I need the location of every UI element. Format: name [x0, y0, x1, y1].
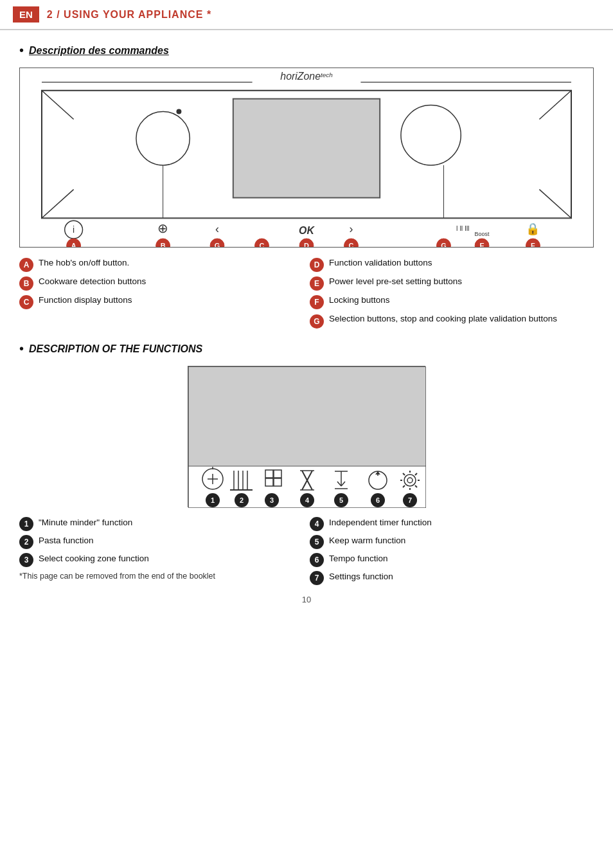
badge-F: F [310, 295, 324, 309]
language-badge: EN [13, 6, 39, 23]
svg-text:6: 6 [376, 496, 380, 504]
functions-diagram-container: 1 2 3 4 5 6 7 [0, 366, 613, 507]
desc-text-G: Selection buttons, stop and cooking plat… [329, 313, 557, 325]
svg-text:F: F [531, 242, 535, 247]
badge-A: A [19, 258, 33, 272]
svg-text:E: E [479, 242, 484, 247]
badge-num-5: 5 [310, 535, 324, 549]
svg-rect-42 [188, 366, 426, 466]
svg-line-5 [539, 91, 571, 120]
section1-title: Description des commandes [29, 45, 169, 57]
svg-text:B: B [161, 242, 166, 247]
section2-title: DESCRIPTION OF THE FUNCTIONS [29, 343, 202, 355]
hob-diagram: horiZonetech i ⊕ ‹ OK › [19, 68, 594, 248]
func-item-2: 2 Pasta function [19, 535, 303, 549]
description-grid: A The hob's on/off button. D Function va… [19, 257, 594, 329]
desc-text-B: Cookware detection buttons [39, 276, 146, 288]
desc-text-A: The hob's on/off button. [39, 257, 129, 269]
svg-rect-13 [233, 99, 380, 198]
badge-num-6: 6 [310, 553, 324, 567]
svg-text:D: D [304, 242, 309, 247]
desc-text-C: Function display buttons [39, 294, 132, 307]
badge-num-3: 3 [19, 553, 33, 567]
page-number: 10 [0, 595, 613, 604]
svg-text:5: 5 [339, 496, 343, 504]
svg-line-7 [539, 190, 571, 219]
svg-text:OK: OK [299, 225, 315, 236]
desc-text-E: Power level pre-set setting buttons [329, 276, 462, 288]
section2-title-row: • DESCRIPTION OF THE FUNCTIONS [19, 341, 594, 356]
svg-text:horiZonetech: horiZonetech [280, 71, 333, 82]
desc-item-A: A The hob's on/off button. [19, 257, 303, 272]
footnote-text: *This page can be removed from the end o… [19, 571, 215, 583]
func-text-4: Independent timer function [329, 517, 432, 529]
svg-text:l  ll  lll: l ll lll [456, 224, 470, 232]
badge-num-1: 1 [19, 517, 33, 531]
func-item-5: 5 Keep warm function [310, 535, 594, 549]
desc-item-B: B Cookware detection buttons [19, 276, 303, 291]
svg-point-9 [176, 109, 181, 114]
badge-B: B [19, 276, 33, 291]
desc-text-D: Function validation buttons [329, 257, 432, 269]
svg-text:i: i [73, 224, 75, 235]
func-text-7: Settings function [329, 571, 393, 583]
badge-num-7: 7 [310, 571, 324, 585]
svg-text:4: 4 [305, 496, 310, 504]
badge-G: G [310, 314, 324, 329]
svg-line-6 [42, 190, 74, 219]
func-item-7: 7 Settings function [310, 571, 594, 585]
func-item-footnote: *This page can be removed from the end o… [19, 571, 303, 585]
section-number: 2 [47, 9, 53, 20]
svg-text:G: G [215, 242, 220, 247]
badge-C: C [19, 295, 33, 309]
desc-text-F: Locking buttons [329, 294, 390, 307]
section1-title-row: • Description des commandes [19, 43, 594, 58]
functions-diagram: 1 2 3 4 5 6 7 [188, 366, 425, 507]
func-text-3: Select cooking zone function [39, 553, 149, 565]
func-text-5: Keep warm function [329, 535, 405, 547]
page-header: EN 2 / USING YOUR APPLIANCE * [0, 0, 613, 30]
section1-bullet: • [19, 43, 24, 58]
func-item-4: 4 Independent timer function [310, 517, 594, 531]
functions-desc-grid: 1 "Minute minder" function 4 Independent… [19, 517, 594, 585]
desc-item-G: G Selection buttons, stop and cooking pl… [310, 313, 594, 329]
svg-text:3: 3 [270, 496, 274, 504]
func-text-1: "Minute minder" function [39, 517, 132, 529]
svg-text:G: G [441, 242, 446, 247]
functions-svg: 1 2 3 4 5 6 7 [188, 366, 426, 508]
desc-item-C: C Function display buttons [19, 294, 303, 309]
svg-line-4 [42, 91, 74, 120]
hob-svg: horiZonetech i ⊕ ‹ OK › [20, 68, 593, 247]
svg-text:7: 7 [408, 496, 412, 504]
svg-text:C: C [260, 242, 265, 247]
svg-point-8 [136, 112, 190, 165]
badge-D: D [310, 258, 324, 272]
svg-text:C: C [349, 242, 354, 247]
svg-text:A: A [71, 242, 76, 247]
desc-item-D: D Function validation buttons [310, 257, 594, 272]
svg-text:‹: ‹ [215, 222, 219, 235]
func-text-2: Pasta function [39, 535, 94, 547]
func-item-1: 1 "Minute minder" function [19, 517, 303, 531]
svg-text:2: 2 [240, 496, 244, 504]
svg-text:Boost: Boost [475, 231, 490, 237]
section-title-text: / USING YOUR APPLIANCE * [57, 9, 211, 20]
desc-item-F: F Locking buttons [310, 294, 594, 309]
section2-bullet: • [19, 341, 24, 356]
badge-E: E [310, 276, 324, 291]
page-title: 2 / USING YOUR APPLIANCE * [47, 9, 211, 21]
svg-text:🔒: 🔒 [526, 222, 540, 236]
func-item-6: 6 Tempo function [310, 553, 594, 567]
badge-num-4: 4 [310, 517, 324, 531]
badge-num-2: 2 [19, 535, 33, 549]
desc-item-E: E Power level pre-set setting buttons [310, 276, 594, 291]
svg-text:›: › [350, 222, 353, 235]
func-text-6: Tempo function [329, 553, 388, 565]
svg-point-11 [401, 105, 461, 165]
svg-text:1: 1 [211, 496, 215, 504]
func-item-3: 3 Select cooking zone function [19, 553, 303, 567]
svg-text:⊕: ⊕ [157, 221, 168, 235]
